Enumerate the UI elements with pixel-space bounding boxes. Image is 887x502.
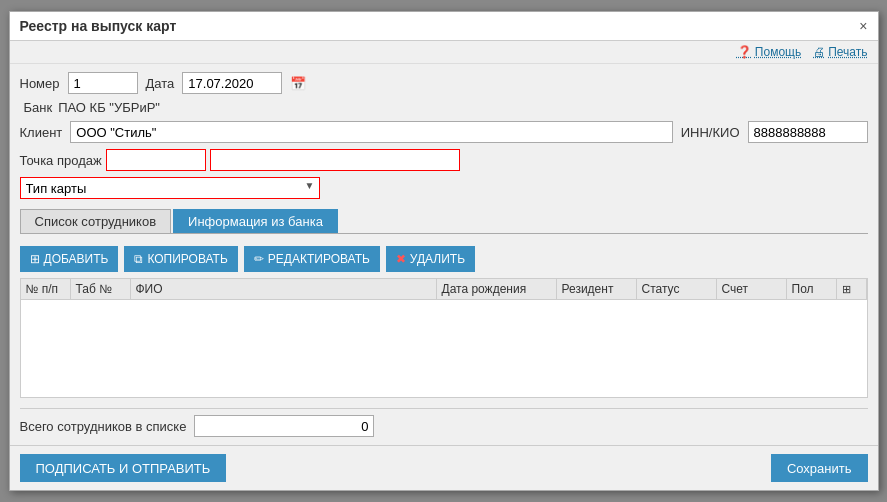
tabs-row: Список сотрудников Информация из банка <box>20 209 868 234</box>
nomer-row: Номер Дата 📅 <box>20 72 868 94</box>
close-button[interactable]: × <box>859 18 867 34</box>
help-link[interactable]: ❓ Помощь <box>737 45 801 59</box>
nomer-label: Номер <box>20 76 60 91</box>
footer-count-row: Всего сотрудников в списке <box>20 408 868 437</box>
inn-input[interactable] <box>748 121 868 143</box>
client-row: Клиент ИНН/КИО <box>20 121 868 143</box>
table-header: № п/п Таб № ФИО Дата рождения Резидент С… <box>21 279 867 300</box>
edit-icon: ✏ <box>254 252 264 266</box>
copy-icon: ⧉ <box>134 252 143 266</box>
tip-karty-select[interactable]: Тип карты <box>20 177 320 199</box>
dialog-titlebar: Реестр на выпуск карт × <box>10 12 878 41</box>
printer-icon: 🖨 <box>813 45 825 59</box>
tab-sotrudniki[interactable]: Список сотрудников <box>20 209 172 233</box>
total-input <box>194 415 374 437</box>
bank-value: ПАО КБ "УБРиР" <box>58 100 160 115</box>
dialog-body: Номер Дата 📅 Банк ПАО КБ "УБРиР" Клиент … <box>10 64 878 445</box>
tochka-extra-input[interactable] <box>210 149 460 171</box>
table-body <box>21 300 867 380</box>
tip-karty-wrapper: Тип карты <box>20 177 320 199</box>
grid-icon: ⊞ <box>842 283 851 295</box>
bank-row: Банк ПАО КБ "УБРиР" <box>20 100 868 115</box>
add-button[interactable]: ⊞ ДОБАВИТЬ <box>20 246 119 272</box>
client-label: Клиент <box>20 125 63 140</box>
tab-bank-info[interactable]: Информация из банка <box>173 209 338 233</box>
col-extra: ⊞ <box>837 279 867 299</box>
sign-button[interactable]: ПОДПИСАТЬ И ОТПРАВИТЬ <box>20 454 227 482</box>
col-tab: Таб № <box>71 279 131 299</box>
delete-icon: ✖ <box>396 252 406 266</box>
dialog-toolbar: ❓ Помощь 🖨 Печать <box>10 41 878 64</box>
employees-table: № п/п Таб № ФИО Дата рождения Резидент С… <box>20 278 868 398</box>
col-status: Статус <box>637 279 717 299</box>
total-label: Всего сотрудников в списке <box>20 419 187 434</box>
edit-button[interactable]: ✏ РЕДАКТИРОВАТЬ <box>244 246 380 272</box>
help-label: Помощь <box>755 45 801 59</box>
copy-button[interactable]: ⧉ КОПИРОВАТЬ <box>124 246 237 272</box>
bank-label: Банк <box>24 100 53 115</box>
col-account: Счет <box>717 279 787 299</box>
action-buttons-row: ⊞ ДОБАВИТЬ ⧉ КОПИРОВАТЬ ✏ РЕДАКТИРОВАТЬ … <box>20 246 868 272</box>
tochka-row: Точка продаж <box>20 149 868 171</box>
nomer-input[interactable] <box>68 72 138 94</box>
tip-karty-row: Тип карты <box>20 177 868 199</box>
tochka-input[interactable] <box>106 149 206 171</box>
print-label: Печать <box>828 45 867 59</box>
data-input[interactable] <box>182 72 282 94</box>
help-icon: ❓ <box>737 45 752 59</box>
col-gender: Пол <box>787 279 837 299</box>
dialog-window: Реестр на выпуск карт × ❓ Помощь 🖨 Печат… <box>9 11 879 491</box>
col-fio: ФИО <box>131 279 437 299</box>
add-icon: ⊞ <box>30 252 40 266</box>
dialog-footer: ПОДПИСАТЬ И ОТПРАВИТЬ Сохранить <box>10 445 878 490</box>
data-label: Дата <box>146 76 175 91</box>
dialog-title: Реестр на выпуск карт <box>20 18 177 34</box>
col-resident: Резидент <box>557 279 637 299</box>
print-link[interactable]: 🖨 Печать <box>813 45 867 59</box>
save-button[interactable]: Сохранить <box>771 454 868 482</box>
delete-button[interactable]: ✖ УДАЛИТЬ <box>386 246 475 272</box>
col-dob: Дата рождения <box>437 279 557 299</box>
inn-label: ИНН/КИО <box>681 125 740 140</box>
tochka-label: Точка продаж <box>20 153 102 168</box>
client-input[interactable] <box>70 121 672 143</box>
col-num: № п/п <box>21 279 71 299</box>
calendar-icon[interactable]: 📅 <box>290 76 306 91</box>
